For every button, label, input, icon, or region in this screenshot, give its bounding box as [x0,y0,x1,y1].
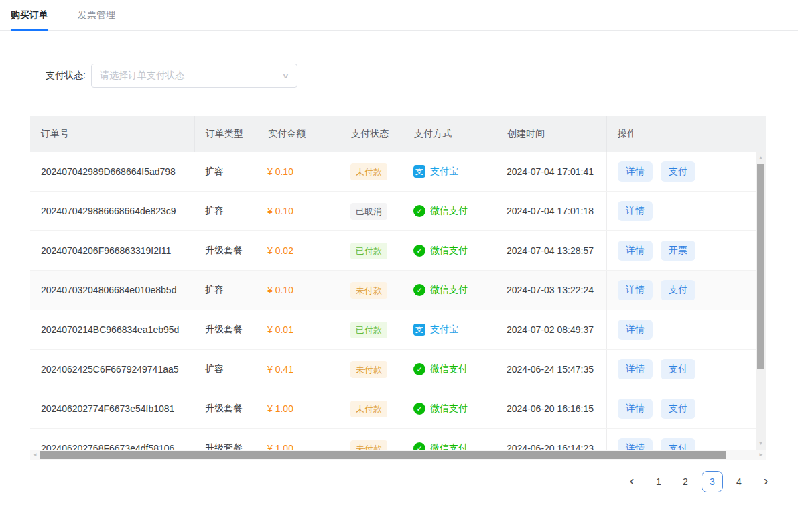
invoice-button[interactable]: 开票 [661,241,695,261]
detail-button[interactable]: 详情 [618,399,653,419]
order-type: 升级套餐 [205,324,243,336]
column-header-status: 支付状态 [340,116,403,152]
payment-method-label: 微信支付 [430,363,468,375]
page-2-button[interactable]: 2 [675,471,696,492]
actions-cell: 详情 [606,310,756,349]
status-badge: 已付款 [350,243,387,259]
table-row: 202407042989D668664f5ad798扩容¥ 0.10未付款支支付… [30,152,756,192]
payment-status-select[interactable]: 请选择订单支付状态 ∨ [91,64,297,88]
detail-button[interactable]: 详情 [618,280,653,300]
page-4-button[interactable]: 4 [728,471,750,492]
tab-label: 发票管理 [78,9,115,21]
horizontal-scrollbar[interactable]: ◄ ► [30,450,766,460]
wechat-pay-icon: ✓ [413,245,425,257]
next-page-button[interactable]: › [755,471,777,492]
pay-button[interactable]: 支付 [661,399,695,419]
column-header-order-no: 订单号 [30,116,194,152]
status-badge: 已付款 [350,322,387,338]
vertical-scrollbar-thumb[interactable] [757,164,764,369]
order-type: 升级套餐 [205,245,243,257]
pagination: ‹ 1 2 3 4 › [621,471,777,492]
tab-purchase-orders[interactable]: 购买订单 [11,0,48,30]
actions-cell: 详情支付 [606,350,756,389]
scroll-down-icon[interactable]: ▼ [756,441,766,446]
wechat-pay-icon: ✓ [413,403,425,415]
column-header-amount: 实付金额 [257,116,340,152]
page-3-button[interactable]: 3 [702,471,723,492]
created-time: 2024-06-24 15:47:35 [507,364,594,375]
paid-amount: ¥ 1.00 [267,403,293,414]
order-type: 扩容 [205,284,224,296]
actions-cell: 详情支付 [606,429,756,450]
table-row: 20240704206F966863319f2f11升级套餐¥ 0.02已付款✓… [30,231,756,271]
table-body: 202407042989D668664f5ad798扩容¥ 0.10未付款支支付… [30,152,756,450]
status-badge: 未付款 [350,440,387,450]
select-placeholder: 请选择订单支付状态 [100,70,184,82]
wechat-pay-icon: ✓ [413,442,425,450]
order-number: 20240703204806684e010e8b5d [41,285,176,295]
status-badge: 已取消 [350,203,387,220]
table-row: 20240703204806684e010e8b5d扩容¥ 0.10未付款✓微信… [30,271,756,310]
paid-amount: ¥ 0.41 [267,364,293,375]
payment-method-label: 微信支付 [430,442,468,450]
order-type: 扩容 [205,363,224,375]
order-number: 2024062425C6F6679249741aa5 [41,364,179,375]
scroll-up-icon[interactable]: ▲ [756,155,766,161]
paid-amount: ¥ 0.10 [267,206,293,216]
table-header: 订单号 订单类型 实付金额 支付状态 支付方式 创建时间 操作 [30,116,766,152]
order-type: 升级套餐 [205,403,243,415]
actions-cell: 详情支付 [606,152,756,191]
order-number: 2024070214BC966834ea1eb95d [41,324,179,335]
actions-cell: 详情 [606,192,756,230]
pay-button[interactable]: 支付 [661,161,695,182]
pay-button[interactable]: 支付 [661,438,695,450]
tab-label: 购买订单 [11,9,48,21]
payment-method-label: 微信支付 [430,284,468,296]
paid-amount: ¥ 0.02 [267,245,293,256]
status-badge: 未付款 [350,163,387,180]
pay-button[interactable]: 支付 [661,280,695,300]
wechat-pay-icon: ✓ [413,284,425,296]
table-row: 202406202774F6673e54fb1081升级套餐¥ 1.00未付款✓… [30,389,756,429]
wechat-pay-icon: ✓ [413,205,425,217]
order-number: 202407042989D668664f5ad798 [41,166,176,177]
wechat-pay-icon: ✓ [413,363,425,375]
page-1-button[interactable]: 1 [648,471,669,492]
page: 购买订单 发票管理 支付状态: 请选择订单支付状态 ∨ 订单号 订单类型 实付金… [0,0,798,532]
column-header-created: 创建时间 [496,116,606,152]
order-number: 202406202768F6673e4df58106 [41,443,174,450]
created-time: 2024-07-02 08:49:37 [507,324,594,335]
payment-method-label: 微信支付 [430,205,468,217]
chevron-down-icon: ∨ [281,71,289,80]
tab-invoice-management[interactable]: 发票管理 [78,0,115,30]
prev-page-button[interactable]: ‹ [621,471,643,492]
payment-method-label: 微信支付 [430,245,468,257]
table-row: 2024062425C6F6679249741aa5扩容¥ 0.41未付款✓微信… [30,350,756,389]
alipay-icon: 支 [413,165,425,178]
payment-method-label: 支付宝 [430,324,458,336]
tab-bar: 购买订单 发票管理 [0,0,798,31]
detail-button[interactable]: 详情 [618,359,653,379]
created-time: 2024-06-20 16:16:15 [507,403,594,414]
horizontal-scrollbar-thumb[interactable] [40,451,726,459]
detail-button[interactable]: 详情 [618,161,653,182]
payment-method-label: 支付宝 [430,165,458,178]
paid-amount: ¥ 0.10 [267,166,293,177]
payment-status-filter-label: 支付状态: [46,70,86,82]
detail-button[interactable]: 详情 [618,201,653,221]
detail-button[interactable]: 详情 [618,241,653,261]
detail-button[interactable]: 详情 [618,438,653,450]
alipay-icon: 支 [413,324,425,336]
column-header-actions: 操作 [606,116,766,152]
pay-button[interactable]: 支付 [661,359,695,379]
table-row: 2024070429886668664de823c9扩容¥ 0.10已取消✓微信… [30,192,756,231]
payment-method-label: 微信支付 [430,403,468,415]
order-number: 2024070429886668664de823c9 [41,206,176,216]
scroll-right-icon[interactable]: ► [758,452,764,458]
scroll-left-icon[interactable]: ◄ [32,452,38,458]
detail-button[interactable]: 详情 [618,320,653,340]
column-header-method: 支付方式 [403,116,496,152]
vertical-scrollbar[interactable]: ▲ ▼ [756,152,766,450]
actions-cell: 详情支付 [606,389,756,428]
status-badge: 未付款 [350,401,387,417]
